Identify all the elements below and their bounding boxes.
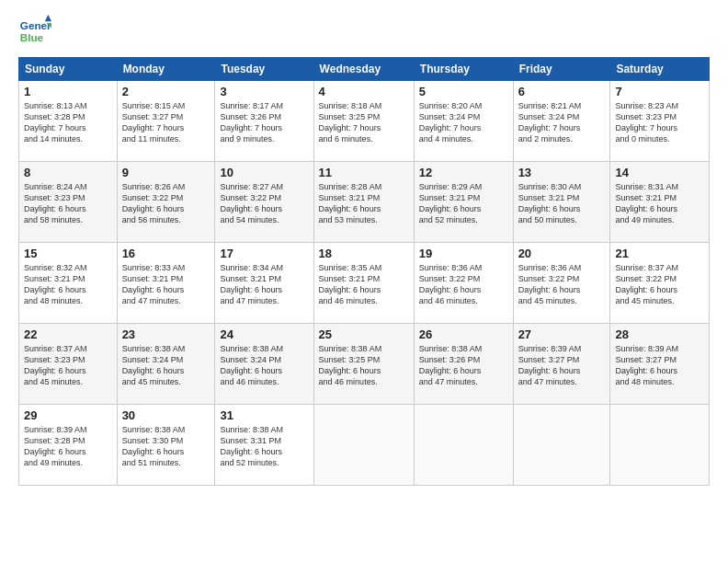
calendar-cell: 10Sunrise: 8:27 AM Sunset: 3:22 PM Dayli… xyxy=(215,162,313,243)
calendar-cell: 2Sunrise: 8:15 AM Sunset: 3:27 PM Daylig… xyxy=(117,81,215,162)
day-number: 16 xyxy=(122,247,210,260)
calendar-cell: 7Sunrise: 8:23 AM Sunset: 3:23 PM Daylig… xyxy=(610,81,710,162)
calendar-cell: 31Sunrise: 8:38 AM Sunset: 3:31 PM Dayli… xyxy=(215,405,313,486)
calendar-cell: 9Sunrise: 8:26 AM Sunset: 3:22 PM Daylig… xyxy=(117,162,215,243)
day-info: Sunrise: 8:23 AM Sunset: 3:23 PM Dayligh… xyxy=(615,100,704,145)
svg-marker-2 xyxy=(45,15,51,21)
day-number: 9 xyxy=(122,166,210,179)
weekday-header-saturday: Saturday xyxy=(610,58,710,81)
day-number: 15 xyxy=(24,247,112,260)
day-info: Sunrise: 8:17 AM Sunset: 3:26 PM Dayligh… xyxy=(220,100,308,145)
day-info: Sunrise: 8:31 AM Sunset: 3:21 PM Dayligh… xyxy=(615,181,704,226)
calendar-cell xyxy=(513,405,610,486)
day-number: 20 xyxy=(518,247,606,260)
day-number: 22 xyxy=(24,327,112,341)
day-number: 31 xyxy=(220,408,308,422)
calendar-cell: 19Sunrise: 8:36 AM Sunset: 3:22 PM Dayli… xyxy=(414,243,513,324)
day-info: Sunrise: 8:36 AM Sunset: 3:22 PM Dayligh… xyxy=(419,262,508,307)
calendar-table: SundayMondayTuesdayWednesdayThursdayFrid… xyxy=(18,57,710,486)
calendar-cell: 29Sunrise: 8:39 AM Sunset: 3:28 PM Dayli… xyxy=(19,405,118,486)
day-info: Sunrise: 8:37 AM Sunset: 3:23 PM Dayligh… xyxy=(24,343,112,388)
day-number: 17 xyxy=(220,247,308,260)
calendar-week-row-5: 29Sunrise: 8:39 AM Sunset: 3:28 PM Dayli… xyxy=(19,405,710,486)
calendar-cell: 18Sunrise: 8:35 AM Sunset: 3:21 PM Dayli… xyxy=(313,243,414,324)
day-info: Sunrise: 8:39 AM Sunset: 3:27 PM Dayligh… xyxy=(518,343,606,388)
calendar-cell: 30Sunrise: 8:38 AM Sunset: 3:30 PM Dayli… xyxy=(117,405,215,486)
calendar-cell: 25Sunrise: 8:38 AM Sunset: 3:25 PM Dayli… xyxy=(313,324,414,405)
day-number: 11 xyxy=(319,166,409,179)
day-info: Sunrise: 8:39 AM Sunset: 3:27 PM Dayligh… xyxy=(615,343,704,388)
day-info: Sunrise: 8:38 AM Sunset: 3:26 PM Dayligh… xyxy=(419,343,508,388)
day-info: Sunrise: 8:30 AM Sunset: 3:21 PM Dayligh… xyxy=(518,181,606,226)
day-info: Sunrise: 8:34 AM Sunset: 3:21 PM Dayligh… xyxy=(220,262,308,307)
calendar-cell xyxy=(414,405,513,486)
calendar-cell: 1Sunrise: 8:13 AM Sunset: 3:28 PM Daylig… xyxy=(19,81,118,162)
day-number: 5 xyxy=(419,85,508,98)
day-info: Sunrise: 8:24 AM Sunset: 3:23 PM Dayligh… xyxy=(24,181,112,226)
day-number: 19 xyxy=(419,247,508,260)
logo-icon: General Blue xyxy=(18,15,51,48)
weekday-header-friday: Friday xyxy=(513,58,610,81)
day-number: 28 xyxy=(615,327,704,341)
calendar-cell: 21Sunrise: 8:37 AM Sunset: 3:22 PM Dayli… xyxy=(610,243,710,324)
weekday-header-monday: Monday xyxy=(117,58,215,81)
day-info: Sunrise: 8:37 AM Sunset: 3:22 PM Dayligh… xyxy=(615,262,704,307)
day-info: Sunrise: 8:27 AM Sunset: 3:22 PM Dayligh… xyxy=(220,181,308,226)
calendar-cell: 28Sunrise: 8:39 AM Sunset: 3:27 PM Dayli… xyxy=(610,324,710,405)
day-info: Sunrise: 8:33 AM Sunset: 3:21 PM Dayligh… xyxy=(122,262,210,307)
page: General Blue SundayMondayTuesdayWednesda… xyxy=(0,0,728,563)
calendar-cell: 11Sunrise: 8:28 AM Sunset: 3:21 PM Dayli… xyxy=(313,162,414,243)
calendar-cell: 8Sunrise: 8:24 AM Sunset: 3:23 PM Daylig… xyxy=(19,162,118,243)
calendar-week-row-2: 8Sunrise: 8:24 AM Sunset: 3:23 PM Daylig… xyxy=(19,162,710,243)
day-info: Sunrise: 8:38 AM Sunset: 3:24 PM Dayligh… xyxy=(220,343,308,388)
day-info: Sunrise: 8:36 AM Sunset: 3:22 PM Dayligh… xyxy=(518,262,606,307)
calendar-cell: 22Sunrise: 8:37 AM Sunset: 3:23 PM Dayli… xyxy=(19,324,118,405)
calendar-cell: 13Sunrise: 8:30 AM Sunset: 3:21 PM Dayli… xyxy=(513,162,610,243)
calendar-week-row-3: 15Sunrise: 8:32 AM Sunset: 3:21 PM Dayli… xyxy=(19,243,710,324)
day-info: Sunrise: 8:13 AM Sunset: 3:28 PM Dayligh… xyxy=(24,100,112,145)
day-number: 14 xyxy=(615,166,704,179)
calendar-cell: 20Sunrise: 8:36 AM Sunset: 3:22 PM Dayli… xyxy=(513,243,610,324)
day-info: Sunrise: 8:26 AM Sunset: 3:22 PM Dayligh… xyxy=(122,181,210,226)
day-number: 29 xyxy=(24,408,112,422)
day-number: 10 xyxy=(220,166,308,179)
day-info: Sunrise: 8:38 AM Sunset: 3:31 PM Dayligh… xyxy=(220,424,308,469)
calendar-cell xyxy=(610,405,710,486)
day-info: Sunrise: 8:21 AM Sunset: 3:24 PM Dayligh… xyxy=(518,100,606,145)
svg-text:Blue: Blue xyxy=(20,31,44,43)
day-number: 2 xyxy=(122,85,210,98)
logo: General Blue xyxy=(18,15,55,48)
day-number: 13 xyxy=(518,166,606,179)
calendar-cell: 16Sunrise: 8:33 AM Sunset: 3:21 PM Dayli… xyxy=(117,243,215,324)
calendar-cell: 26Sunrise: 8:38 AM Sunset: 3:26 PM Dayli… xyxy=(414,324,513,405)
weekday-header-thursday: Thursday xyxy=(414,58,513,81)
calendar-cell: 27Sunrise: 8:39 AM Sunset: 3:27 PM Dayli… xyxy=(513,324,610,405)
day-info: Sunrise: 8:29 AM Sunset: 3:21 PM Dayligh… xyxy=(419,181,508,226)
day-number: 23 xyxy=(122,327,210,341)
weekday-header-wednesday: Wednesday xyxy=(313,58,414,81)
calendar-week-row-4: 22Sunrise: 8:37 AM Sunset: 3:23 PM Dayli… xyxy=(19,324,710,405)
day-number: 3 xyxy=(220,85,308,98)
day-number: 25 xyxy=(319,327,409,341)
calendar-cell: 24Sunrise: 8:38 AM Sunset: 3:24 PM Dayli… xyxy=(215,324,313,405)
calendar-cell: 3Sunrise: 8:17 AM Sunset: 3:26 PM Daylig… xyxy=(215,81,313,162)
day-info: Sunrise: 8:39 AM Sunset: 3:28 PM Dayligh… xyxy=(24,424,112,469)
day-number: 7 xyxy=(615,85,704,98)
weekday-header-sunday: Sunday xyxy=(19,58,118,81)
day-info: Sunrise: 8:35 AM Sunset: 3:21 PM Dayligh… xyxy=(319,262,409,307)
day-info: Sunrise: 8:38 AM Sunset: 3:30 PM Dayligh… xyxy=(122,424,210,469)
calendar-cell: 17Sunrise: 8:34 AM Sunset: 3:21 PM Dayli… xyxy=(215,243,313,324)
day-number: 24 xyxy=(220,327,308,341)
day-number: 6 xyxy=(518,85,606,98)
day-info: Sunrise: 8:38 AM Sunset: 3:24 PM Dayligh… xyxy=(122,343,210,388)
day-number: 27 xyxy=(518,327,606,341)
day-info: Sunrise: 8:38 AM Sunset: 3:25 PM Dayligh… xyxy=(319,343,409,388)
calendar-cell: 15Sunrise: 8:32 AM Sunset: 3:21 PM Dayli… xyxy=(19,243,118,324)
day-number: 8 xyxy=(24,166,112,179)
day-number: 1 xyxy=(24,85,112,98)
day-number: 18 xyxy=(319,247,409,260)
calendar-cell: 6Sunrise: 8:21 AM Sunset: 3:24 PM Daylig… xyxy=(513,81,610,162)
calendar-cell: 4Sunrise: 8:18 AM Sunset: 3:25 PM Daylig… xyxy=(313,81,414,162)
weekday-header-row: SundayMondayTuesdayWednesdayThursdayFrid… xyxy=(19,58,710,81)
day-info: Sunrise: 8:32 AM Sunset: 3:21 PM Dayligh… xyxy=(24,262,112,307)
